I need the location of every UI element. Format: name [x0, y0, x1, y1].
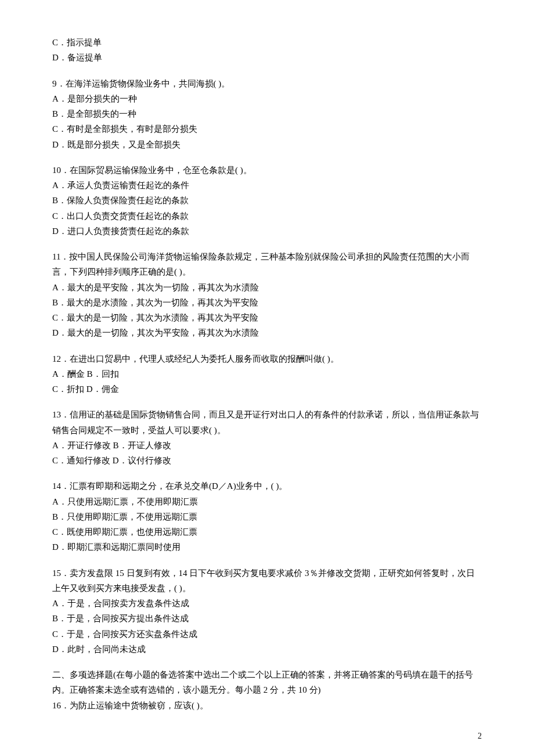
- page-number: 2: [478, 729, 482, 744]
- question-13: 13．信用证的基础是国际货物销售合同，而且又是开证行对出口人的有条件的付款承诺，…: [52, 407, 482, 468]
- question-8-tail: C．指示提单 D．备运提单: [52, 35, 482, 66]
- question-stem: 12．在进出口贸易中，代理人或经纪人为委托人服务而收取的报酬叫做( )。: [52, 351, 482, 366]
- section-heading: 二、多项选择题(在每小题的备选答案中选出二个或二个以上正确的答案，并将正确答案的…: [52, 667, 482, 698]
- question-15: 15．卖方发盘限 15 日复到有效，14 日下午收到买方复电要求减价 3％并修改…: [52, 566, 482, 657]
- question-stem: 9．在海洋运输货物保险业务中，共同海损( )。: [52, 76, 482, 91]
- question-stem: 16．为防止运输途中货物被窃，应该( )。: [52, 698, 482, 713]
- option-line: C．折扣 D．佣金: [52, 381, 482, 397]
- option-line: B．是全部损失的一种: [52, 106, 482, 121]
- option-line: C．有时是全部损失，有时是部分损失: [52, 121, 482, 136]
- option-line: A．开证行修改 B．开证人修改: [52, 438, 482, 453]
- option-line: C．指示提单: [52, 35, 482, 50]
- question-stem: 13．信用证的基础是国际货物销售合同，而且又是开证行对出口人的有条件的付款承诺，…: [52, 407, 482, 438]
- option-line: C．既使用即期汇票，也使用远期汇票: [52, 524, 482, 539]
- option-line: C．于是，合同按买方还实盘条件达成: [52, 627, 482, 642]
- question-stem: 14．汇票有即期和远期之分，在承兑交单(D／A)业务中，( )。: [52, 478, 482, 494]
- option-line: C．最大的是一切险，其次为水渍险，再其次为平安险: [52, 310, 482, 325]
- question-14: 14．汇票有即期和远期之分，在承兑交单(D／A)业务中，( )。 A．只使用远期…: [52, 478, 482, 555]
- question-12: 12．在进出口贸易中，代理人或经纪人为委托人服务而收取的报酬叫做( )。 A．酬…: [52, 351, 482, 397]
- option-line: A．是部分损失的一种: [52, 91, 482, 106]
- option-line: D．进口人负责接货责任起讫的条款: [52, 224, 482, 239]
- section-2: 二、多项选择题(在每小题的备选答案中选出二个或二个以上正确的答案，并将正确答案的…: [52, 667, 482, 713]
- option-line: B．最大的是水渍险，其次为一切险，再其次为平安险: [52, 295, 482, 310]
- option-line: A．于是，合同按卖方发盘条件达成: [52, 596, 482, 611]
- question-10: 10．在国际贸易运输保险业务中，仓至仓条款是( )。 A．承运人负责运输责任起讫…: [52, 163, 482, 239]
- option-line: D．备运提单: [52, 50, 482, 65]
- exam-page: C．指示提单 D．备运提单 9．在海洋运输货物保险业务中，共同海损( )。 A．…: [0, 0, 534, 756]
- option-line: A．只使用远期汇票，不使用即期汇票: [52, 494, 482, 509]
- question-9: 9．在海洋运输货物保险业务中，共同海损( )。 A．是部分损失的一种 B．是全部…: [52, 76, 482, 152]
- option-line: D．最大的是一切险，其次为平安险，再其次为水渍险: [52, 325, 482, 340]
- option-line: C．出口人负责交货责任起讫的条款: [52, 208, 482, 224]
- option-line: A．最大的是平安险，其次为一切险，再其次为水渍险: [52, 280, 482, 295]
- option-line: A．承运人负责运输责任起讫的条件: [52, 178, 482, 193]
- question-stem: 15．卖方发盘限 15 日复到有效，14 日下午收到买方复电要求减价 3％并修改…: [52, 566, 482, 596]
- option-line: B．于是，合同按买方提出条件达成: [52, 611, 482, 626]
- question-11: 11．按中国人民保险公司海洋货物运输保险条款规定，三种基本险别就保险公司承担的风…: [52, 249, 482, 341]
- option-line: C．通知行修改 D．议付行修改: [52, 453, 482, 468]
- option-line: D．既是部分损失，又是全部损失: [52, 137, 482, 152]
- option-line: B．只使用即期汇票，不使用远期汇票: [52, 509, 482, 524]
- question-stem: 10．在国际贸易运输保险业务中，仓至仓条款是( )。: [52, 163, 482, 178]
- option-line: D．即期汇票和远期汇票同时使用: [52, 539, 482, 555]
- option-line: A．酬金 B．回扣: [52, 366, 482, 381]
- option-line: B．保险人负责保险责任起讫的条款: [52, 193, 482, 208]
- question-stem: 11．按中国人民保险公司海洋货物运输保险条款规定，三种基本险别就保险公司承担的风…: [52, 249, 482, 280]
- option-line: D．此时，合同尚未达成: [52, 642, 482, 657]
